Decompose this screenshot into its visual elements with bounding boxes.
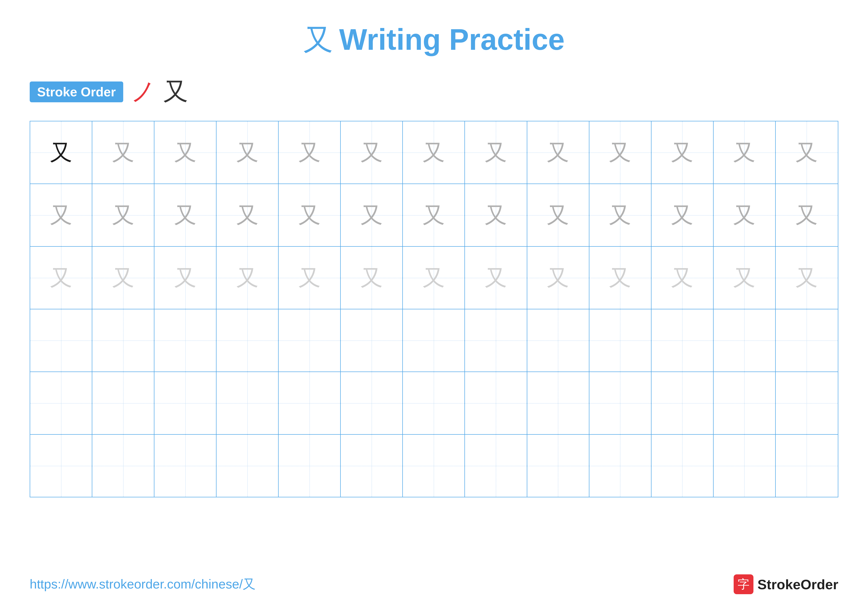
grid-cell[interactable]: 又 <box>279 121 341 183</box>
grid-cell[interactable]: 又 <box>154 121 217 183</box>
grid-cell[interactable] <box>279 435 341 497</box>
grid-cell[interactable] <box>92 309 154 372</box>
grid-cell[interactable] <box>465 435 527 497</box>
grid-cell[interactable] <box>154 309 217 372</box>
grid-cell[interactable]: 又 <box>403 247 465 309</box>
grid-cell[interactable]: 又 <box>403 184 465 246</box>
footer: https://www.strokeorder.com/chinese/又 字 … <box>30 574 838 594</box>
grid-cell[interactable] <box>279 309 341 372</box>
grid-cell[interactable] <box>30 309 92 372</box>
grid-cell[interactable]: 又 <box>279 184 341 246</box>
cell-character: 又 <box>423 137 445 168</box>
grid-cell[interactable] <box>403 309 465 372</box>
grid-cell[interactable] <box>527 309 589 372</box>
grid-cell[interactable] <box>154 372 217 434</box>
grid-cell[interactable]: 又 <box>776 121 838 183</box>
grid-cell[interactable]: 又 <box>341 247 403 309</box>
grid-cell[interactable]: 又 <box>714 247 776 309</box>
grid-cell[interactable] <box>465 309 527 372</box>
grid-cell[interactable]: 又 <box>92 121 154 183</box>
grid-cell[interactable]: 又 <box>714 121 776 183</box>
grid-cell[interactable]: 又 <box>341 184 403 246</box>
cell-character: 又 <box>298 263 321 293</box>
grid-cell[interactable]: 又 <box>217 121 279 183</box>
grid-cell[interactable] <box>589 435 651 497</box>
page: 又 Writing Practice Stroke Order ノ 又 又又又又… <box>0 0 868 614</box>
grid-cell[interactable] <box>589 309 651 372</box>
grid-cell[interactable]: 又 <box>30 121 92 183</box>
grid-cell[interactable] <box>341 309 403 372</box>
grid-cell[interactable] <box>776 372 838 434</box>
cell-character: 又 <box>671 263 693 293</box>
grid-cell[interactable]: 又 <box>527 184 589 246</box>
grid-row <box>30 309 838 372</box>
grid-cell[interactable] <box>714 309 776 372</box>
grid-cell[interactable] <box>527 435 589 497</box>
cell-character: 又 <box>50 137 72 168</box>
grid-cell[interactable] <box>92 435 154 497</box>
grid-cell[interactable] <box>92 372 154 434</box>
grid-cell[interactable] <box>279 372 341 434</box>
grid-cell[interactable] <box>403 372 465 434</box>
grid-cell[interactable] <box>341 372 403 434</box>
grid-cell[interactable]: 又 <box>30 247 92 309</box>
grid-cell[interactable]: 又 <box>341 121 403 183</box>
cell-character: 又 <box>298 137 321 168</box>
grid-cell[interactable]: 又 <box>279 247 341 309</box>
grid-cell[interactable] <box>776 309 838 372</box>
grid-cell[interactable]: 又 <box>651 184 714 246</box>
grid-cell[interactable] <box>217 435 279 497</box>
grid-cell[interactable] <box>30 435 92 497</box>
grid-cell[interactable]: 又 <box>651 121 714 183</box>
cell-character: 又 <box>361 137 383 168</box>
cell-character: 又 <box>236 137 259 168</box>
grid-cell[interactable] <box>465 372 527 434</box>
cell-character: 又 <box>485 137 507 168</box>
grid-cell[interactable]: 又 <box>154 247 217 309</box>
grid-cell[interactable]: 又 <box>776 184 838 246</box>
grid-cell[interactable]: 又 <box>217 184 279 246</box>
cell-character: 又 <box>485 200 507 230</box>
cell-character: 又 <box>733 263 755 293</box>
grid-cell[interactable] <box>30 372 92 434</box>
cell-character: 又 <box>174 137 197 168</box>
grid-cell[interactable]: 又 <box>589 121 651 183</box>
grid-cell[interactable] <box>714 372 776 434</box>
footer-url[interactable]: https://www.strokeorder.com/chinese/又 <box>30 576 256 593</box>
grid-cell[interactable]: 又 <box>714 184 776 246</box>
cell-character: 又 <box>174 200 197 230</box>
grid-cell[interactable] <box>776 435 838 497</box>
cell-character: 又 <box>547 137 569 168</box>
grid-cell[interactable] <box>589 372 651 434</box>
grid-cell[interactable]: 又 <box>92 184 154 246</box>
grid-cell[interactable] <box>714 435 776 497</box>
grid-cell[interactable]: 又 <box>527 247 589 309</box>
grid-cell[interactable]: 又 <box>403 121 465 183</box>
stroke-char-2: 又 <box>163 75 188 109</box>
logo-text: StrokeOrder <box>757 576 838 592</box>
grid-cell[interactable] <box>651 309 714 372</box>
grid-cell[interactable]: 又 <box>776 247 838 309</box>
cell-character: 又 <box>795 137 818 168</box>
grid-cell[interactable]: 又 <box>589 247 651 309</box>
grid-cell[interactable] <box>217 309 279 372</box>
grid-cell[interactable]: 又 <box>465 184 527 246</box>
grid-cell[interactable]: 又 <box>154 184 217 246</box>
grid-cell[interactable]: 又 <box>30 184 92 246</box>
grid-cell[interactable] <box>527 372 589 434</box>
grid-cell[interactable] <box>341 435 403 497</box>
grid-cell[interactable] <box>217 372 279 434</box>
grid-cell[interactable]: 又 <box>92 247 154 309</box>
grid-cell[interactable]: 又 <box>217 247 279 309</box>
grid-cell[interactable] <box>651 372 714 434</box>
title-text: Writing Practice <box>339 23 565 56</box>
grid-cell[interactable]: 又 <box>589 184 651 246</box>
grid-cell[interactable] <box>651 435 714 497</box>
grid-cell[interactable]: 又 <box>465 121 527 183</box>
cell-character: 又 <box>236 200 259 230</box>
grid-cell[interactable]: 又 <box>465 247 527 309</box>
grid-cell[interactable]: 又 <box>527 121 589 183</box>
grid-cell[interactable] <box>403 435 465 497</box>
grid-cell[interactable] <box>154 435 217 497</box>
grid-cell[interactable]: 又 <box>651 247 714 309</box>
